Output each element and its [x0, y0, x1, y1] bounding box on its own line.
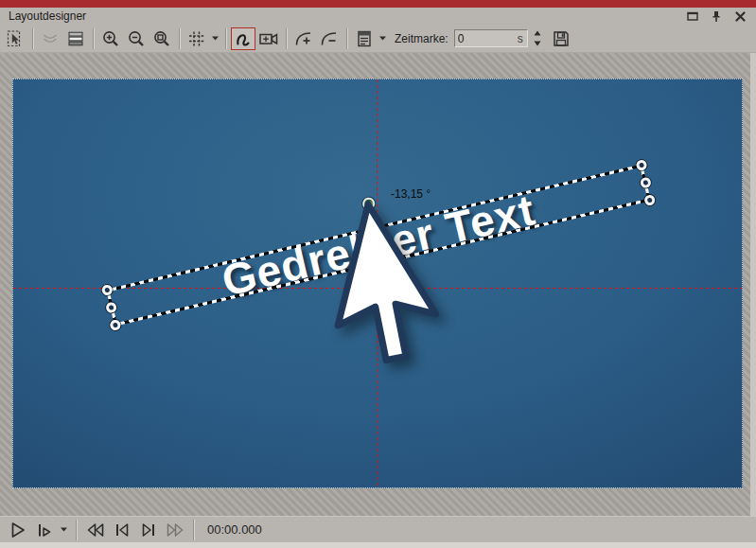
toolbar-separator: [346, 28, 347, 49]
rotation-handle[interactable]: [361, 196, 377, 211]
keyframe-add-button[interactable]: [291, 27, 316, 50]
playback-toolbar: 00:00.000: [0, 516, 756, 542]
select-tool-icon: [6, 29, 25, 48]
close-button[interactable]: [732, 9, 747, 23]
zoom-in-icon: [101, 29, 120, 48]
playback-time-display: 00:00.000: [207, 522, 262, 537]
play-button[interactable]: [6, 520, 29, 540]
zoom-fit-button[interactable]: [149, 27, 174, 50]
toolbar-separator: [225, 28, 226, 49]
skip-to-start-icon: [113, 521, 132, 539]
zoom-out-button[interactable]: [124, 27, 149, 50]
playbar-separator: [76, 520, 77, 540]
grid-dropdown-button[interactable]: [210, 27, 220, 50]
timeline-column-icon: [355, 29, 374, 48]
keyframe-add-icon: [294, 29, 313, 48]
select-tool-button[interactable]: [3, 27, 27, 50]
play-from-here-icon: [36, 521, 53, 539]
selection-border-top: [107, 165, 642, 292]
zoom-in-button[interactable]: [98, 27, 123, 50]
chevron-down-icon: [534, 41, 541, 46]
layers-button[interactable]: [63, 27, 88, 50]
skip-to-end-button[interactable]: [136, 520, 160, 540]
playbar-separator: [193, 520, 194, 540]
camera-icon: [258, 29, 279, 48]
text-object-content: Gedrehter Text: [107, 166, 649, 326]
resize-handle-bottom-right[interactable]: [643, 194, 656, 206]
timeline-column-dropdown-button[interactable]: [378, 27, 388, 50]
selected-text-object[interactable]: Gedrehter Text: [107, 166, 649, 326]
grid-button[interactable]: [185, 27, 209, 50]
toolbar-separator: [286, 28, 287, 49]
chevron-down-icon: [379, 36, 386, 41]
maximize-button[interactable]: [685, 9, 700, 23]
spinner-up-button[interactable]: [532, 29, 544, 37]
zeitmarke-unit: s: [518, 32, 527, 45]
layout-canvas[interactable]: Gedrehter Text -13,15 °: [12, 79, 743, 488]
zeitmarke-field: s: [454, 29, 528, 47]
zoom-fit-icon: [152, 29, 171, 48]
window-buttons: [685, 9, 747, 23]
mouse-cursor: [13, 80, 743, 488]
close-icon: [735, 11, 746, 22]
grid-icon: [187, 29, 206, 48]
rotation-angle-label: -13,15 °: [391, 187, 431, 201]
fast-forward-icon: [165, 521, 185, 539]
panel-title: Layoutdesigner: [9, 9, 86, 23]
fast-forward-button[interactable]: [163, 520, 186, 540]
chevron-down-icon: [61, 527, 67, 532]
zeitmarke-label: Zeitmarke:: [395, 32, 448, 45]
maximize-icon: [687, 11, 698, 21]
crosshair-vertical: [377, 80, 378, 487]
play-icon: [9, 521, 27, 539]
save-icon: [552, 29, 571, 48]
timeline-column-button[interactable]: [352, 27, 377, 50]
skip-to-end-icon: [139, 521, 158, 539]
toolbar-separator: [179, 28, 180, 49]
keyframe-remove-button[interactable]: [317, 27, 342, 50]
layoutdesigner-panel: Layoutdesigner: [0, 0, 756, 548]
pin-button[interactable]: [709, 9, 724, 23]
rewind-icon: [85, 521, 106, 539]
spinner-down-button[interactable]: [532, 40, 544, 47]
motion-path-button[interactable]: [231, 27, 255, 50]
skip-to-start-button[interactable]: [110, 520, 133, 540]
play-options-dropdown-button[interactable]: [59, 519, 69, 541]
smooth-curve-icon: [41, 29, 60, 48]
titlebar[interactable]: Layoutdesigner: [0, 8, 756, 25]
toolbar-separator: [93, 28, 94, 49]
chevron-up-icon: [534, 30, 541, 36]
layers-icon: [66, 29, 85, 48]
toolbar: Zeitmarke: s: [0, 25, 756, 53]
chevron-down-icon: [212, 36, 219, 41]
panel-accent-bar: [0, 0, 756, 8]
pin-icon: [711, 10, 722, 23]
workarea: Gedrehter Text -13,15 °: [0, 53, 756, 516]
zeitmarke-spinner: [532, 29, 544, 47]
toolbar-separator: [32, 28, 33, 49]
smooth-curve-button[interactable]: [38, 27, 62, 50]
motion-path-icon: [234, 29, 253, 48]
camera-button[interactable]: [256, 27, 281, 50]
keyframe-remove-icon: [320, 29, 339, 48]
zeitmarke-input[interactable]: [455, 32, 518, 45]
rewind-button[interactable]: [83, 520, 107, 540]
zoom-out-icon: [127, 29, 146, 48]
save-button[interactable]: [549, 27, 573, 50]
play-from-here-button[interactable]: [32, 520, 56, 540]
panel-bottom-edge: [0, 542, 756, 548]
